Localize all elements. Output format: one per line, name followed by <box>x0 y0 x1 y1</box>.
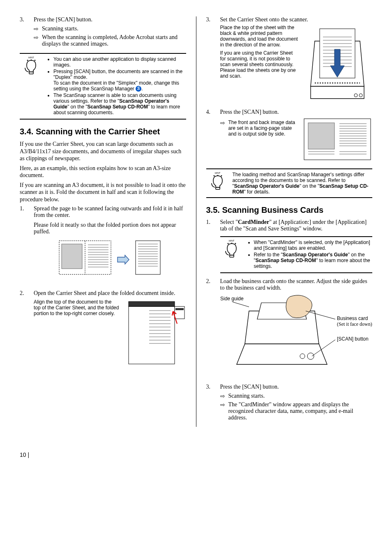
svg-line-85 <box>233 302 249 307</box>
arrow-icon: ⇨ <box>220 393 228 400</box>
hint-label: HINT <box>28 56 34 59</box>
arrow-icon: ⇨ <box>220 120 228 137</box>
svg-rect-0 <box>29 72 33 74</box>
step-3-num: 3. <box>20 16 34 49</box>
carrier-step-1: 1. Spread the page to be scanned facing … <box>20 205 186 286</box>
carrier-para-2: Here, as an example, this section explai… <box>20 165 186 179</box>
hint-label: HINT <box>229 240 235 242</box>
carrier-step-3: 3. Set the Carrier Sheet onto the scanne… <box>206 16 373 105</box>
svg-point-77 <box>221 175 222 177</box>
hint-box-2: HINT The loading method and ScanSnap Man… <box>206 168 373 198</box>
arrow-icon: ⇨ <box>34 34 42 47</box>
bizcard-step-1: 1. Select "CardMinder" at [Application:]… <box>206 219 373 232</box>
arrow-icon: ⇨ <box>34 25 42 32</box>
svg-point-81 <box>235 243 236 244</box>
arrow-right-icon <box>117 255 130 265</box>
hint1-item1: You can also use another application to … <box>53 56 186 68</box>
heading-3-5: 3.5. Scanning Business Cards <box>206 205 373 215</box>
hint1-item2: Pressing [SCAN] button, the documents ar… <box>53 69 186 92</box>
svg-rect-78 <box>230 255 234 257</box>
label-side-guide: Side guide <box>220 296 244 302</box>
carrier-para-3: If you are scanning an A3 document, it i… <box>20 182 186 203</box>
hint1-item3: The ScanSnap scanner is able to scan doc… <box>53 92 186 115</box>
lightbulb-icon <box>225 243 239 258</box>
arrow-icon: ⇨ <box>220 401 228 421</box>
carrier-step-1-note: Please fold it neatly so that the folded… <box>34 222 186 235</box>
figure-fold <box>34 239 186 280</box>
column-divider <box>196 16 196 427</box>
bizcard-step-3: 3. Press the [SCAN] button. ⇨Scanning st… <box>206 384 373 423</box>
hint-box-1: HINT You can also use another applicatio… <box>20 53 186 120</box>
svg-point-3 <box>35 60 36 61</box>
step-3-sub2: When the scanning is completed, Adobe Ac… <box>42 34 186 47</box>
left-column: 3. Press the [SCAN] button. ⇨Scanning st… <box>20 16 186 427</box>
figure-bizcard-load: Side guide Business card (Set it face do… <box>220 295 373 375</box>
label-scan-button: [SCAN] button <box>337 336 369 342</box>
svg-rect-28 <box>129 302 175 306</box>
svg-point-1 <box>27 60 28 61</box>
figure-scanner-load: Place the top of the sheet with the blac… <box>220 25 373 105</box>
scansnap-s-icon: S <box>136 86 141 92</box>
bizcard-step-2: 2. Load the business cards onto the scan… <box>206 278 373 380</box>
figure-facing-output: ⇨The front and back image data are set i… <box>220 117 373 164</box>
label-biz-card: Business card <box>337 315 368 321</box>
figure-carrier-open: Align the top of the document to the top… <box>34 299 186 369</box>
step-3-sub1: Scanning starts. <box>42 25 186 32</box>
step-3-text: Press the [SCAN] button. <box>34 16 186 23</box>
svg-rect-30 <box>129 306 175 364</box>
svg-rect-74 <box>216 187 220 189</box>
label-biz-card2: (Set it face down) <box>337 321 372 327</box>
hint3-item1: When "CardMinder" is selected, only the … <box>254 240 373 251</box>
carrier-para-1: If you use the Carrier Sheet, you can sc… <box>20 140 186 162</box>
lightbulb-icon <box>211 175 225 191</box>
svg-point-75 <box>213 175 214 177</box>
svg-rect-59 <box>308 123 334 149</box>
svg-point-79 <box>227 243 228 244</box>
hint-box-3: HINT When "CardMinder" is selected, only… <box>220 236 373 273</box>
heading-3-4: 3.4. Scanning with the Carrier Sheet <box>20 127 186 136</box>
page-number: 10 | <box>20 451 372 458</box>
lightbulb-icon <box>24 60 38 75</box>
hint-label: HINT <box>215 172 221 174</box>
carrier-step-2: 2. Open the Carrier Sheet and place the … <box>20 290 186 369</box>
right-column: 3. Set the Carrier Sheet onto the scanne… <box>206 16 373 427</box>
svg-rect-6 <box>62 244 82 269</box>
svg-rect-17 <box>136 241 160 274</box>
carrier-step-4: 4. Press the [SCAN] button. ⇨The front a… <box>206 109 373 164</box>
step-3: 3. Press the [SCAN] button. ⇨Scanning st… <box>20 16 186 49</box>
hint3-item2: Refer to the "ScanSnap Operator's Guide"… <box>254 252 373 269</box>
svg-rect-43 <box>175 308 184 310</box>
